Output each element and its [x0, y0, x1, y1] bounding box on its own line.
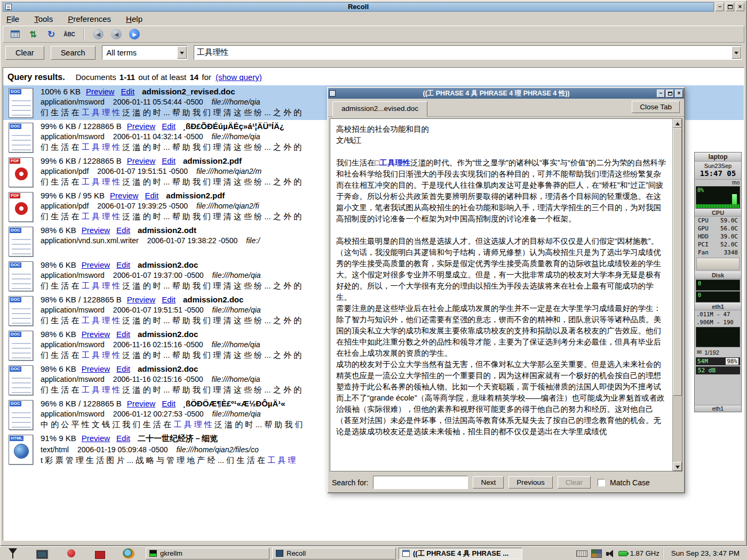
result-title: admission2.doc	[183, 295, 243, 304]
maximize-button[interactable]	[726, 3, 734, 11]
preview-close-button[interactable]: ×	[675, 90, 683, 98]
redapp-icon[interactable]	[65, 548, 78, 559]
preview-paragraph: 高校招生的社会功能和目的	[336, 124, 669, 135]
taskbar: gkrellmRecoll((工 PHRASE 4 具 PHRASE ... 1…	[0, 546, 747, 560]
preview-minimize-button[interactable]: –	[657, 90, 665, 98]
gkrellm-monitor[interactable]: laptop Sun23Sep 15:47 05 mo 0% CPU CPU59…	[694, 152, 742, 412]
search-input[interactable]	[194, 48, 732, 57]
search-mode-select[interactable]: All terms	[102, 45, 187, 60]
edit-link[interactable]: Edit	[162, 295, 176, 304]
preview-link[interactable]: Preview	[82, 364, 110, 373]
scrollbar-thumb[interactable]	[673, 128, 682, 396]
file-type-tag: DOC	[10, 366, 21, 372]
taskbar-clock[interactable]: Sun Sep 23, 3:47 PM	[663, 548, 745, 559]
results-header: Query results. Documents 1-11 out of at …	[3, 68, 744, 85]
taskbar-button-recoll[interactable]: Recoll	[272, 548, 396, 559]
toolbar-table-view-button[interactable]	[6, 27, 23, 42]
scroll-down-icon[interactable]	[673, 462, 682, 471]
results-total: 14	[189, 73, 198, 82]
result-title: admission2.doc	[138, 364, 198, 373]
gkrellm-hostname: laptop	[695, 153, 741, 162]
edit-link[interactable]: Edit	[121, 87, 134, 96]
result-url: file:/	[246, 236, 260, 245]
preview-link[interactable]: Preview	[127, 122, 155, 131]
toolbar-spell-button[interactable]: ÂBC	[61, 27, 78, 42]
search-button[interactable]: Search	[51, 46, 96, 60]
gkrellm-net-title: eth1	[695, 303, 741, 310]
preview-link[interactable]: Preview	[127, 399, 155, 408]
preview-link[interactable]: Preview	[82, 330, 110, 339]
clear-button[interactable]: Clear	[5, 46, 44, 60]
gkrellm-sensor-row: HDD39.0C	[695, 233, 741, 241]
chevron-down-icon[interactable]	[732, 46, 741, 59]
keyboard-icon[interactable]	[576, 550, 587, 557]
preview-tab[interactable]: admission2...evised.doc	[332, 101, 427, 117]
preview-link[interactable]: Preview	[82, 260, 110, 269]
match-case-checkbox[interactable]	[598, 479, 605, 486]
edit-link[interactable]: Edit	[162, 122, 176, 131]
show-query-link[interactable]: (show query)	[216, 73, 262, 82]
edit-link[interactable]: Edit	[162, 399, 176, 408]
search-for-label: Search for:	[332, 478, 368, 487]
toolbar-sort-button[interactable]	[25, 27, 42, 42]
preview-titlebar[interactable]: ((工 PHRASE 4 具 PHRASE 4 理 PHRASE 4 性)) –…	[328, 88, 684, 99]
result-snippet: 中 的 公 平 性 文 钱 江 我 们 生 活 在 工 具 理 性 泛 滥 的 …	[41, 420, 303, 430]
titlebar-caption[interactable]: Recoll	[3, 2, 714, 12]
menu-tools[interactable]: Tools	[34, 14, 53, 23]
preview-content[interactable]: 高校招生的社会功能和目的文/钱江我们生活在□工具理性泛滥的时代。作为“世之显学”…	[330, 119, 672, 471]
result-text: 98% 6 KB / 1228865 BPreviewEditadmission…	[41, 295, 301, 326]
scroll-up-icon[interactable]	[673, 119, 682, 128]
edit-link[interactable]: Edit	[116, 330, 130, 339]
preview-paragraph: 我们生活在□工具理性泛滥的时代。作为“世之显学”的诸种以“事实”与“价值”的二分…	[336, 157, 669, 225]
result-text: 99% 6 KB / 1228865 BPreviewEdit¸ßÐ£ÕÐÉúµ…	[41, 122, 301, 153]
result-title: admission2.doc	[138, 330, 198, 339]
menu-file[interactable]: File	[6, 14, 19, 23]
edit-link[interactable]: Edit	[162, 156, 176, 165]
speaker-icon[interactable]	[606, 549, 615, 558]
close-tab-button[interactable]: Close Tab	[632, 101, 680, 113]
result-mime: application/pdf	[41, 202, 89, 210]
preview-link[interactable]: Preview	[127, 156, 155, 165]
pager-icon[interactable]	[591, 549, 602, 558]
taskbar-button-gkrellm[interactable]: gkrellm	[146, 548, 269, 559]
chevron-down-icon[interactable]	[177, 46, 187, 59]
menu-help[interactable]: Help	[126, 14, 142, 23]
edit-link[interactable]: Edit	[116, 364, 130, 373]
nav-first-page-button[interactable]	[90, 27, 107, 42]
preview-link[interactable]: Preview	[86, 87, 114, 96]
find-input[interactable]	[373, 476, 468, 489]
preview-link[interactable]: Preview	[82, 226, 110, 235]
search-row: Clear Search All terms	[1, 43, 746, 62]
menu-preferences[interactable]: Preferences	[68, 14, 111, 23]
taskbar-button-preview[interactable]: ((工 PHRASE 4 具 PHRASE ...	[399, 548, 522, 559]
toolbar-term-explorer-button[interactable]	[43, 27, 60, 42]
titlebar[interactable]: Recoll – ×	[1, 1, 746, 12]
results-range: 1-11	[120, 73, 135, 82]
firefox-icon[interactable]	[122, 548, 135, 559]
find-next-button[interactable]: Next	[473, 476, 504, 489]
file-type-tag: DOC	[10, 262, 21, 268]
preview-maximize-button[interactable]	[666, 90, 674, 98]
screen-icon[interactable]	[36, 550, 48, 559]
minimize-button[interactable]: –	[716, 3, 724, 11]
preview-tabbar: admission2...evised.doc Close Tab	[328, 99, 684, 117]
result-line1: 98% 6 KBPreviewEditadmission2.doc	[41, 364, 301, 373]
close-button[interactable]: ×	[736, 3, 744, 11]
result-line2: application/msword2006-11-16 02:15:16 -0…	[41, 375, 301, 383]
result-title: ¸ßÖÐÖÆ¶È£º¹«Æ½ÐÔµÄ¹«	[183, 399, 285, 408]
edit-link[interactable]: Edit	[145, 191, 158, 200]
redbox-icon[interactable]	[95, 551, 105, 559]
result-line1: 98% 6 KBPreviewEditadmission2.doc	[41, 330, 301, 339]
edit-link[interactable]: Edit	[116, 434, 130, 443]
wine-icon[interactable]	[6, 548, 19, 559]
search-query-combo[interactable]	[194, 45, 742, 60]
edit-link[interactable]: Edit	[116, 226, 130, 235]
nav-prev-page-button[interactable]	[108, 27, 125, 42]
find-previous-button[interactable]: Previous	[508, 476, 553, 489]
edit-link[interactable]: Edit	[116, 260, 130, 269]
preview-scrollbar[interactable]	[672, 119, 682, 471]
nav-next-page-button[interactable]	[126, 27, 143, 42]
preview-link[interactable]: Preview	[127, 295, 155, 304]
preview-link[interactable]: Preview	[82, 434, 110, 443]
preview-link[interactable]: Preview	[110, 191, 138, 200]
